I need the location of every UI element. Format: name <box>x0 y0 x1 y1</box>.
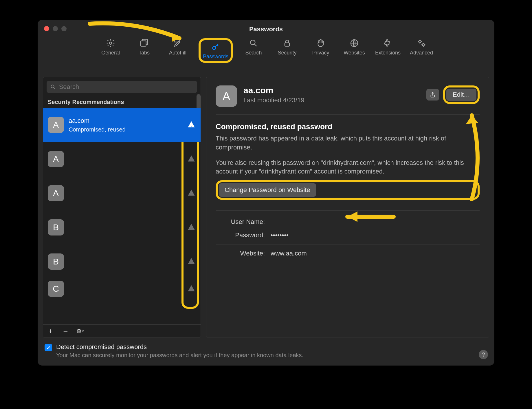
detect-compromised-title: Detect compromised passwords <box>56 343 303 351</box>
tab-search[interactable]: Search <box>241 38 266 63</box>
svg-rect-5 <box>285 43 289 46</box>
check-icon <box>46 345 51 350</box>
share-icon <box>430 92 436 98</box>
svg-point-13 <box>79 331 80 331</box>
preferences-window: Passwords General Tabs AutoFill Password… <box>38 20 494 366</box>
search-field-wrapper[interactable] <box>47 81 197 93</box>
svg-point-4 <box>250 40 255 45</box>
svg-point-7 <box>419 41 421 43</box>
autofill-icon <box>173 39 182 48</box>
key-icon <box>211 42 220 52</box>
password-list-sidebar: Security Recommendations A aa.com Compro… <box>43 77 201 337</box>
site-avatar: C <box>48 281 64 297</box>
gear-icon <box>106 39 115 48</box>
svg-point-0 <box>109 42 112 44</box>
tabs-icon <box>140 39 149 48</box>
website-label: Website: <box>216 250 265 257</box>
tab-extensions[interactable]: Extensions <box>375 38 401 63</box>
detail-avatar: A <box>216 85 237 107</box>
credential-fields: User Name: Password: •••••••• Website: w… <box>216 210 480 265</box>
detect-compromised-checkbox[interactable] <box>45 344 52 351</box>
sidebar-footer: + – <box>43 324 201 337</box>
password-row[interactable]: C <box>43 279 201 299</box>
window-title: Passwords <box>38 20 494 33</box>
tab-security[interactable]: Security <box>274 38 300 63</box>
warning-text-2: You're also reusing this password on "dr… <box>216 158 480 176</box>
close-window-button[interactable] <box>44 26 49 31</box>
site-avatar: A <box>48 151 64 167</box>
share-button[interactable] <box>426 89 439 101</box>
edit-button-highlight: Edit… <box>443 85 480 104</box>
tab-tabs[interactable]: Tabs <box>131 38 157 63</box>
tab-websites[interactable]: Websites <box>342 38 367 63</box>
gears-icon <box>417 39 426 48</box>
username-label: User Name: <box>216 218 265 226</box>
more-options-button[interactable] <box>73 325 88 337</box>
tab-autofill[interactable]: AutoFill <box>165 38 190 63</box>
tab-general[interactable]: General <box>98 38 123 63</box>
search-input[interactable] <box>59 83 194 91</box>
svg-rect-2 <box>174 40 180 42</box>
password-row[interactable]: A <box>43 176 201 210</box>
tab-privacy[interactable]: Privacy <box>308 38 333 63</box>
detect-compromised-footer: Detect compromised passwords Your Mac ca… <box>38 337 494 366</box>
site-avatar: B <box>48 219 64 235</box>
svg-point-3 <box>212 47 216 50</box>
preferences-toolbar: General Tabs AutoFill Passwords Search S… <box>38 33 494 71</box>
password-detail-panel: A aa.com Last modified 4/23/19 Edit… Com… <box>206 77 489 337</box>
tab-advanced[interactable]: Advanced <box>409 38 434 63</box>
tab-passwords-highlight: Passwords <box>199 38 233 63</box>
warning-text-1: This password has appeared in a data lea… <box>216 134 480 152</box>
change-password-button[interactable]: Change Password on Website <box>219 183 316 197</box>
svg-point-8 <box>422 43 425 46</box>
svg-point-12 <box>79 331 79 331</box>
globe-icon <box>350 39 359 48</box>
minimize-window-button[interactable] <box>53 26 58 31</box>
lock-icon <box>282 39 292 48</box>
ellipsis-chevron-icon <box>76 328 85 334</box>
tab-passwords[interactable]: Passwords <box>203 42 228 60</box>
hand-icon <box>316 39 325 48</box>
svg-point-11 <box>78 331 78 331</box>
password-row[interactable]: B <box>43 244 201 279</box>
website-value[interactable]: www.aa.com <box>271 250 307 257</box>
search-icon <box>50 84 56 90</box>
warning-heading: Compromised, reused password <box>216 122 480 131</box>
window-controls <box>44 26 67 31</box>
warning-icon <box>187 257 195 266</box>
detail-title: aa.com <box>243 85 304 95</box>
password-list: A aa.com Compromised, reused A A B <box>43 108 201 324</box>
zoom-window-button[interactable] <box>61 26 67 31</box>
password-label: Password: <box>216 231 265 239</box>
password-value[interactable]: •••••••• <box>271 231 289 239</box>
site-name: aa.com <box>69 117 126 125</box>
password-row[interactable]: B <box>43 210 201 244</box>
detect-compromised-subtitle: Your Mac can securely monitor your passw… <box>56 352 303 359</box>
warning-icon <box>187 189 195 198</box>
detail-modified: Last modified 4/23/19 <box>243 96 304 104</box>
site-avatar: A <box>48 185 64 201</box>
row-subtitle: Compromised, reused <box>69 126 126 133</box>
svg-rect-1 <box>141 41 146 46</box>
add-password-button[interactable]: + <box>43 325 58 337</box>
help-button[interactable]: ? <box>479 350 488 359</box>
warning-icon <box>187 284 195 293</box>
warning-icon <box>187 154 195 164</box>
site-avatar: A <box>48 117 64 133</box>
warning-icon <box>187 120 195 129</box>
search-icon <box>249 39 258 48</box>
svg-point-9 <box>51 85 54 88</box>
warning-icon <box>187 223 195 232</box>
password-row-selected[interactable]: A aa.com Compromised, reused <box>43 108 201 142</box>
section-header-security-recommendations: Security Recommendations <box>43 96 201 108</box>
password-row[interactable]: A <box>43 142 201 176</box>
change-password-highlight: Change Password on Website <box>216 180 480 200</box>
remove-password-button[interactable]: – <box>58 325 73 337</box>
edit-button[interactable]: Edit… <box>446 89 476 101</box>
site-avatar: B <box>48 253 64 270</box>
puzzle-icon <box>383 39 392 48</box>
